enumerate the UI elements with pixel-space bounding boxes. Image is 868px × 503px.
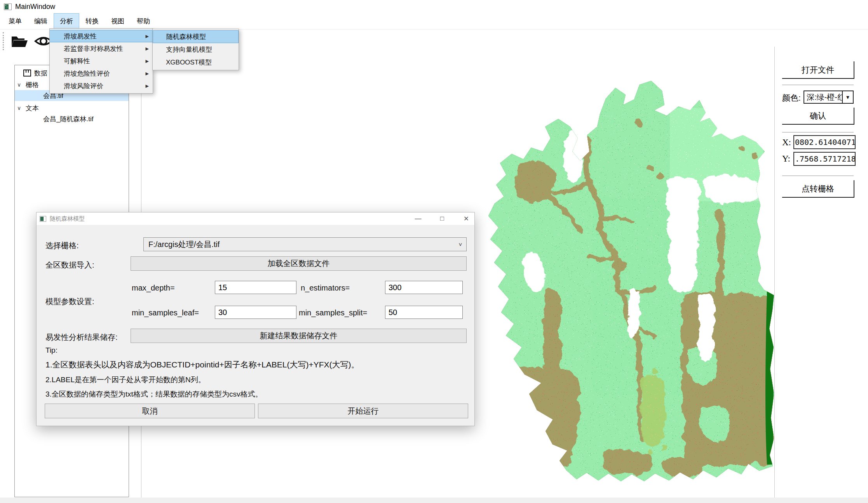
divider <box>782 132 854 132</box>
menu-item-weak-supervised[interactable]: 若监督非对称易发性 ▶ <box>50 42 153 55</box>
window-title: MainWindow <box>15 3 55 11</box>
tip-line-2: 2.LABEL是在第一个因子处从零开始数的第N列。 <box>45 375 206 385</box>
load-region-data-button[interactable]: 加载全区数据文件 <box>131 256 467 271</box>
tip-title: Tip: <box>45 346 58 355</box>
menu-item-hazard-assessment[interactable]: 滑坡危险性评价 ▶ <box>50 67 153 80</box>
tip-line-1: 1.全区数据表头以及内容成为OBJECTID+pointid+因子名称+LABE… <box>45 359 359 370</box>
menu-item-risk-assessment[interactable]: 滑坡风险评价 ▶ <box>50 80 153 92</box>
confirm-button[interactable]: 确认 <box>782 108 854 125</box>
tree-group-raster-label: 栅格 <box>26 80 39 89</box>
map-raster-huichang[interactable] <box>487 77 775 482</box>
menu-item-bianji[interactable]: 编辑 <box>28 13 54 29</box>
min-samples-split-label: min_samples_split= <box>299 308 367 317</box>
tree-item-text-label: 会昌_随机森林.tif <box>43 115 93 124</box>
tip-line-3: 3.全区数据的储存类型为txt格式；结果数据的存储类型为csv格式。 <box>45 389 262 399</box>
status-strip <box>0 498 868 503</box>
menu-item-interpretability[interactable]: 可解释性 ▶ <box>50 55 153 67</box>
dropdown-arrow-icon: ▼ <box>842 91 853 103</box>
dialog-title-bar[interactable]: 随机森林模型 — □ × <box>37 212 474 225</box>
tree-item-text-tif[interactable]: 会昌_随机森林.tif <box>15 113 129 124</box>
submenu-arrow-icon: ▶ <box>146 34 149 39</box>
raster-select-label: 选择栅格: <box>45 240 79 251</box>
result-storage-label: 易发性分析结果储存: <box>45 332 118 343</box>
open-folder-icon[interactable] <box>10 33 28 49</box>
submenu-arrow-icon: ▶ <box>146 46 149 51</box>
min-samples-leaf-label: min_samples_leaf= <box>132 308 199 317</box>
y-coordinate-field[interactable]: .7568.571721861 <box>793 152 856 166</box>
data-panel-icon <box>23 70 31 77</box>
submenu-arrow-icon: ▶ <box>146 59 149 64</box>
analysis-menu-popup: 滑坡易发性 ▶ 若监督非对称易发性 ▶ 可解释性 ▶ 滑坡危险性评价 ▶ 滑坡风… <box>49 28 153 94</box>
app-icon <box>4 3 12 10</box>
random-forest-dialog: 随机森林模型 — □ × 选择栅格: F:/arcgis处理/会昌.tif ˅ … <box>36 212 475 426</box>
new-result-file-button[interactable]: 新建结果数据储存文件 <box>131 329 467 343</box>
import-label: 全区数据导入: <box>45 260 94 270</box>
min-samples-split-input[interactable] <box>385 306 463 319</box>
close-icon[interactable]: × <box>461 214 471 224</box>
open-file-button[interactable]: 打开文件 <box>782 61 854 79</box>
min-samples-leaf-input[interactable] <box>215 306 296 319</box>
submenu-arrow-icon: ▶ <box>146 84 149 89</box>
submenu-item-xgboost[interactable]: XGBOOST模型 <box>153 56 239 69</box>
raster-select-combobox[interactable]: F:/arcgis处理/会昌.tif ˅ <box>143 237 467 251</box>
menu-item-landslide-susceptibility[interactable]: 滑坡易发性 ▶ <box>50 30 153 42</box>
menu-item-caidan[interactable]: 菜单 <box>2 13 28 29</box>
submenu-item-svm[interactable]: 支持向量机模型 <box>153 43 239 56</box>
y-coordinate-label: Y: <box>782 154 790 164</box>
submenu-item-random-forest[interactable]: 随机森林模型 <box>153 30 239 43</box>
tree-expander-icon[interactable]: ∨ <box>15 105 23 111</box>
divider <box>782 85 854 85</box>
minimize-icon[interactable]: — <box>413 215 423 223</box>
cancel-button[interactable]: 取消 <box>45 404 255 418</box>
point-to-raster-button[interactable]: 点转栅格 <box>782 180 854 198</box>
params-label: 模型参数设置: <box>45 296 94 307</box>
dialog-title: 随机森林模型 <box>50 215 85 223</box>
menu-item-bangzhu[interactable]: 帮助 <box>131 13 156 29</box>
dialog-icon <box>40 216 46 222</box>
menu-item-shitu[interactable]: 视图 <box>105 13 131 29</box>
x-coordinate-field[interactable]: 0802.6140407147 <box>793 135 856 149</box>
tree-group-text-label: 文本 <box>26 104 39 113</box>
toolbar-drag-handle[interactable] <box>3 32 5 50</box>
window-title-bar: MainWindow <box>0 0 868 13</box>
tree-expander-icon[interactable]: ∨ <box>15 82 23 88</box>
n-estimators-label: n_estimators= <box>301 284 350 292</box>
maximize-icon[interactable]: □ <box>437 215 447 223</box>
color-label: 颜色: <box>782 92 801 103</box>
divider <box>782 176 854 176</box>
x-coordinate-label: X: <box>782 137 791 148</box>
menu-bar: 菜单 编辑 分析 转换 视图 帮助 <box>0 13 868 30</box>
submenu-arrow-icon: ▶ <box>146 71 149 76</box>
menu-item-fenxi[interactable]: 分析 <box>54 13 79 29</box>
menu-item-zhuanhuan[interactable]: 转换 <box>79 13 105 29</box>
run-button[interactable]: 开始运行 <box>258 404 468 418</box>
n-estimators-input[interactable] <box>385 281 463 294</box>
color-ramp-dropdown[interactable]: 深:绿-橙-红 ▼ <box>804 91 854 104</box>
chevron-down-icon: ˅ <box>455 241 466 248</box>
model-submenu-popup: 随机森林模型 支持向量机模型 XGBOOST模型 <box>152 29 239 70</box>
raster-select-value: F:/arcgis处理/会昌.tif <box>144 239 455 250</box>
tree-group-text[interactable]: ∨ 文本 <box>15 103 129 113</box>
max-depth-input[interactable] <box>215 281 296 294</box>
tree-root-label: 数据 <box>34 69 47 78</box>
max-depth-label: max_depth= <box>132 284 175 292</box>
color-ramp-value: 深:绿-橙-红 <box>804 92 842 103</box>
